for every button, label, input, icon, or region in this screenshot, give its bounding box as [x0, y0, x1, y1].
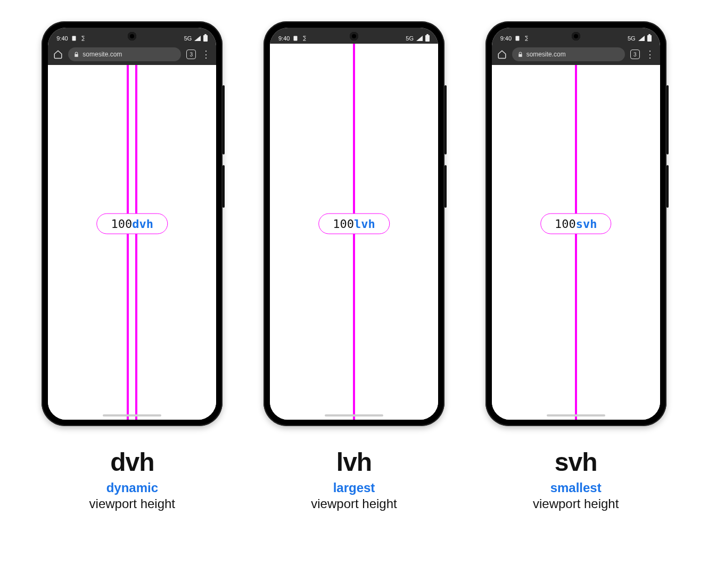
col-dvh: 9:40 5G [32, 21, 233, 567]
notification-icon [292, 35, 299, 42]
battery-icon [647, 35, 652, 42]
caption: svh smallest viewport height [533, 447, 619, 512]
unit-pill: 100lvh [318, 214, 390, 234]
camera-icon [572, 32, 580, 40]
browser-chrome: somesite.com 3 ⋮ [48, 44, 216, 65]
home-indicator [547, 414, 605, 416]
pill-value: 100 [111, 217, 133, 231]
caption-title: dvh [89, 447, 175, 477]
svg-rect-0 [72, 36, 76, 41]
signal-icon [194, 36, 201, 41]
caption-rest: viewport height [311, 496, 397, 511]
url-bar[interactable]: somesite.com [68, 47, 181, 61]
caption-highlight: largest [333, 480, 375, 495]
battery-icon [425, 35, 430, 42]
status-time: 9:40 [56, 35, 68, 42]
diagram-row: 9:40 5G [32, 21, 676, 567]
caption-rest: viewport height [533, 496, 619, 511]
battery-icon [203, 35, 208, 42]
caption-rest: viewport height [89, 496, 175, 511]
pill-value: 100 [555, 217, 576, 231]
unit-pill: 100dvh [97, 214, 168, 234]
phone-screen: 9:40 5G [48, 28, 216, 420]
caption: dvh dynamic viewport height [89, 447, 175, 512]
browser-chrome: somesite.com 3 ⋮ [492, 44, 660, 65]
caption-title: svh [533, 447, 619, 477]
phone-frame: 9:40 5G [485, 21, 666, 426]
height-indicator-line-2 [135, 65, 137, 420]
status-time: 9:40 [500, 35, 512, 42]
status-time: 9:40 [278, 35, 290, 42]
phone-frame: 9:40 5G [42, 21, 223, 426]
col-svh: 9:40 5G [475, 21, 676, 567]
caption-sub: smallest viewport height [533, 480, 619, 512]
height-indicator-line [575, 65, 577, 420]
camera-icon [350, 32, 358, 40]
caption-sub: dynamic viewport height [89, 480, 175, 512]
network-label: 5G [628, 35, 636, 42]
pill-unit: dvh [132, 217, 153, 231]
phone-screen: 9:40 5G [270, 28, 438, 420]
url-text: somesite.com [526, 51, 566, 58]
home-indicator [325, 414, 383, 416]
caption-sub: largest viewport height [311, 480, 397, 512]
pill-unit: svh [576, 217, 597, 231]
notification-icon-2 [80, 35, 86, 42]
home-indicator [103, 414, 161, 416]
caption-highlight: smallest [550, 480, 602, 495]
pill-unit: lvh [354, 217, 375, 231]
svg-rect-2 [516, 36, 520, 41]
caption-highlight: dynamic [106, 480, 158, 495]
col-lvh: 9:40 5G [254, 21, 455, 567]
notification-icon-2 [301, 35, 308, 42]
url-text: somesite.com [83, 51, 122, 58]
lock-icon [517, 52, 523, 58]
network-label: 5G [406, 35, 414, 42]
signal-icon [416, 36, 423, 41]
home-icon[interactable] [53, 50, 63, 59]
signal-icon [638, 36, 645, 41]
network-label: 5G [184, 35, 192, 42]
phone-frame: 9:40 5G [264, 21, 444, 426]
menu-icon[interactable]: ⋮ [201, 50, 211, 59]
lock-icon [73, 52, 79, 58]
url-bar[interactable]: somesite.com [512, 47, 625, 61]
phone-screen: 9:40 5G [492, 28, 660, 420]
notification-icon [71, 35, 77, 42]
notification-icon [514, 35, 521, 42]
menu-icon[interactable]: ⋮ [645, 50, 655, 59]
svg-rect-1 [294, 36, 298, 41]
pill-value: 100 [333, 217, 354, 231]
unit-pill: 100svh [540, 214, 612, 234]
caption: lvh largest viewport height [311, 447, 397, 512]
camera-icon [128, 32, 136, 40]
home-icon[interactable] [497, 50, 507, 59]
tab-count[interactable]: 3 [186, 50, 196, 59]
notification-icon-2 [523, 35, 530, 42]
caption-title: lvh [311, 447, 397, 477]
tab-count[interactable]: 3 [630, 50, 640, 59]
